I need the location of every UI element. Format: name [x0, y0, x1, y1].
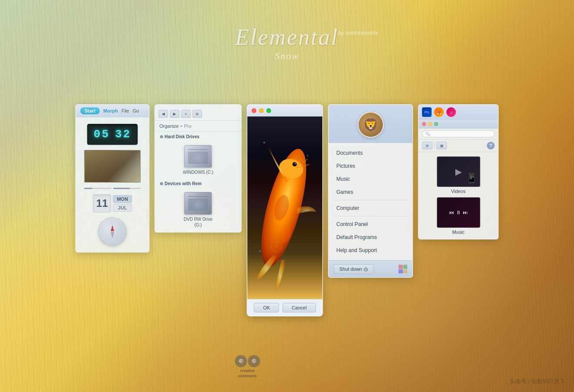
file-menu-item[interactable]: File: [121, 108, 129, 113]
sub-maximize-button[interactable]: [434, 122, 438, 126]
panel5-header: Ps 🦊 ♪: [419, 105, 498, 120]
next-button[interactable]: ⏭: [463, 209, 468, 216]
panel-image-viewer: OK Cancel: [247, 104, 323, 316]
media-scrubber[interactable]: [84, 188, 141, 189]
menu-item-help[interactable]: Help and Support: [329, 244, 413, 257]
toolbar-layout-btn[interactable]: ▦: [437, 142, 447, 149]
prev-button[interactable]: ⏮: [449, 209, 454, 216]
toolbar-view-btn[interactable]: ⊞: [422, 142, 433, 149]
menu-item-documents[interactable]: Documents: [329, 146, 413, 159]
scrubber-track2[interactable]: [113, 188, 141, 189]
search-bar[interactable]: 🔍: [422, 130, 495, 137]
clock-hours: 05: [93, 128, 110, 141]
menu-list: Documents Pictures Music Games Computer …: [329, 143, 413, 260]
menu-separator-2: [333, 216, 408, 216]
panel3-header: [247, 105, 323, 116]
view-grid-button[interactable]: ⊞: [193, 110, 202, 118]
title-by: by minhtrimatrix: [338, 30, 378, 36]
creative-commons: © © creative commons: [235, 355, 260, 379]
music-media-item: ⏮ ⏸ ⏭ Music: [422, 197, 495, 235]
title-main: Elemental: [235, 26, 339, 49]
menu-item-music[interactable]: Music: [329, 173, 413, 186]
menu-item-control-panel[interactable]: Control Panel: [329, 218, 413, 231]
view-list-button[interactable]: ≡: [181, 110, 191, 118]
menu-item-pictures[interactable]: Pictures: [329, 159, 413, 173]
morph-menu-item[interactable]: Morph: [103, 108, 118, 113]
shutdown-label: Shut down: [340, 266, 362, 272]
sub-minimize-button[interactable]: [428, 122, 432, 126]
menu-footer: Shut down ⏻: [329, 260, 413, 277]
win-logo-q: [399, 265, 403, 269]
menu-item-computer[interactable]: Computer: [329, 202, 413, 215]
svg-point-5: [295, 163, 296, 164]
title-sub: Snow: [235, 50, 339, 62]
shutdown-icon: ⏻: [364, 267, 368, 272]
calendar-right: MON JUL: [113, 195, 132, 212]
toolbar-divider: [434, 143, 435, 149]
drive-g-label: DVD RW Drive(G:): [184, 216, 212, 228]
svg-point-8: [264, 142, 265, 143]
go-menu-item[interactable]: Go: [133, 108, 139, 113]
play-pause-button[interactable]: ⏸: [456, 209, 461, 216]
music-thumbnail[interactable]: ⏮ ⏸ ⏭: [437, 197, 480, 228]
drive-c-item[interactable]: WINDOWS (C:): [160, 143, 237, 178]
devices-header: Devices with Rem: [160, 181, 237, 186]
cancel-button[interactable]: Cancel: [283, 303, 316, 312]
panel3-footer: OK Cancel: [247, 299, 323, 316]
shutdown-button[interactable]: Shut down ⏻: [334, 264, 374, 274]
clock-minutes: 32: [115, 128, 131, 141]
panels-container: Start Morph File Go 05 32 11: [76, 104, 499, 316]
itunes-icon[interactable]: ♪: [447, 107, 456, 117]
drive-c-disk: [184, 145, 212, 168]
windows-logo: [399, 265, 407, 273]
forward-button[interactable]: ▶: [170, 110, 180, 118]
organize-label[interactable]: Organize: [160, 123, 179, 129]
menu-item-default-programs[interactable]: Default Programs: [329, 231, 413, 244]
calendar-widget: 11 MON JUL: [93, 194, 132, 213]
minimize-button[interactable]: [259, 108, 264, 113]
calendar-day-name: MON: [113, 195, 132, 203]
menu-item-games[interactable]: Games: [329, 186, 413, 199]
compass-needle: [112, 225, 113, 238]
cc-text: creative commons: [238, 368, 257, 379]
help-button[interactable]: ?: [487, 142, 495, 149]
panel2-toolbar: ◀ ▶ ≡ ⊞: [155, 108, 241, 121]
start-button[interactable]: Start: [80, 107, 100, 114]
sub-close-button[interactable]: [422, 122, 426, 126]
pro-label: Pro: [184, 123, 191, 129]
panel1-body: 05 32 11 MON JUL: [76, 117, 149, 252]
panel5-toolbar: ⊞ ▦ ?: [419, 140, 498, 152]
panel5-content: 📱 Videos ⏮ ⏸ ⏭ Music: [419, 152, 498, 239]
media-thumbnail: [84, 150, 141, 183]
device-icon: 📱: [466, 173, 477, 184]
svg-point-9: [307, 155, 308, 156]
drive-g-disk: [184, 192, 212, 215]
search-row: 🔍: [419, 129, 498, 140]
videos-thumbnail[interactable]: 📱: [437, 156, 480, 187]
panel-media-player: Ps 🦊 ♪ 🔍 ⊞ ▦ ? 📱 Videos: [418, 104, 499, 239]
clock-display: 05 32: [87, 124, 137, 145]
menu-separator-1: [333, 200, 408, 200]
win-logo-e: [399, 269, 403, 274]
panel-file-explorer: ◀ ▶ ≡ ⊞ Organize ▾ Pro Hard Disk Drives …: [155, 104, 242, 233]
svg-point-10: [259, 250, 261, 252]
hard-disk-header: Hard Disk Drives: [160, 134, 237, 139]
drive-g-icon: [184, 192, 212, 215]
drive-c-icon: [184, 145, 212, 168]
photoshop-icon[interactable]: Ps: [422, 107, 432, 117]
firefox-icon[interactable]: 🦊: [434, 107, 444, 117]
panel-clock-widget: Start Morph File Go 05 32 11: [76, 104, 150, 252]
koi-svg: [251, 121, 319, 295]
close-button[interactable]: [252, 108, 257, 113]
maximize-button[interactable]: [267, 108, 271, 113]
music-controls: ⏮ ⏸ ⏭: [449, 209, 468, 216]
panel5-sub-header: [419, 120, 498, 129]
back-button[interactable]: ◀: [159, 110, 168, 118]
drive-g-item[interactable]: DVD RW Drive(G:): [160, 189, 237, 230]
cc-icon2: ©: [248, 355, 260, 367]
panel4-header: 🦁: [329, 105, 413, 143]
scrubber-track[interactable]: [84, 188, 112, 189]
watermark: 头条号 / 知数码行天下: [510, 378, 565, 385]
ok-button[interactable]: OK: [254, 303, 279, 312]
hard-disk-section: Hard Disk Drives WINDOWS (C:): [155, 132, 241, 179]
